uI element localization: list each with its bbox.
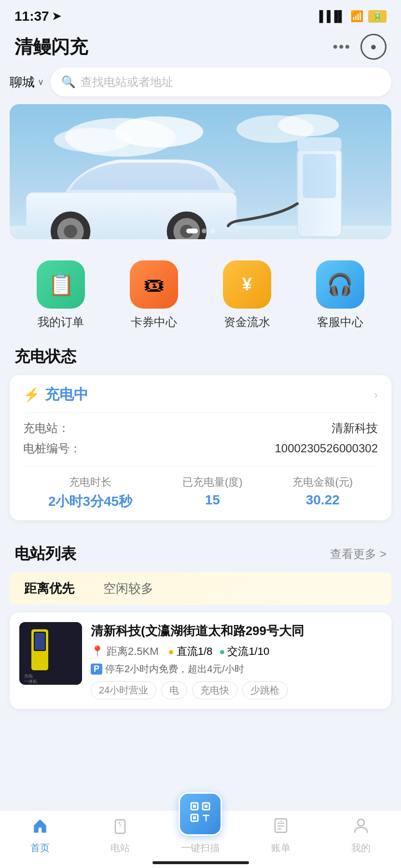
ac-dot-icon: ● (219, 646, 225, 657)
search-icon: 🔍 (61, 75, 76, 89)
nav-item-bills[interactable]: 账单 (252, 817, 310, 854)
charging-stats: 充电时长 2小时3分45秒 已充电量(度) 15 充电金额(元) 30.22 (23, 466, 378, 511)
city-selector[interactable]: 聊城 ∨ (10, 74, 44, 91)
dc-dot-icon: ● (168, 646, 174, 657)
banner-dot-3 (210, 229, 215, 233)
nav-item-home[interactable]: 首页 (11, 817, 69, 854)
nav-item-mine[interactable]: 我的 (332, 817, 390, 854)
status-icons: ▐▐▐▌ 📶 🔋 (316, 10, 387, 23)
station-card[interactable]: 充电 一体机 清新科技(文瀛湖街道太和路299号大同 📍 距离2.5KM ● (10, 612, 391, 709)
stat-duration-value: 2小时3分45秒 (48, 492, 132, 511)
svg-rect-31 (193, 816, 196, 819)
station-name: 清新科技(文瀛湖街道太和路299号大同 (91, 622, 382, 639)
station-list-title: 电站列表 (14, 543, 76, 565)
app-header: 清鳗闪充 ••• ● (0, 29, 401, 68)
station-tags: 24小时营业 电 充电快 少跳枪 (91, 681, 382, 699)
svg-rect-29 (193, 805, 196, 808)
station-card-inner: 充电 一体机 清新科技(文瀛湖街道太和路299号大同 📍 距离2.5KM ● (10, 612, 391, 709)
stations-nav-icon (111, 817, 129, 839)
station-charger-counts: ● 直流1/8 ● 交流1/10 (168, 644, 270, 659)
cards-icon: 🎟 (130, 260, 178, 309)
location-arrow-icon: ➤ (52, 10, 61, 23)
search-row: 聊城 ∨ 🔍 查找电站或者地址 (0, 68, 401, 104)
parking-icon: P (91, 664, 102, 675)
stat-amount-value: 30.22 (306, 492, 340, 508)
home-nav-label: 首页 (30, 841, 50, 854)
svg-rect-30 (205, 805, 207, 808)
tag-24h: 24小时营业 (91, 681, 156, 699)
app-title: 清鳗闪充 (14, 35, 88, 59)
scan-circle-icon: ● (370, 41, 376, 53)
quick-item-orders[interactable]: 📋 我的订单 (37, 260, 85, 330)
quick-menu: 📋 我的订单 🎟 卡券中心 ¥ 资金流水 🎧 客服中心 (0, 251, 401, 335)
stat-duration: 充电时长 2小时3分45秒 (48, 475, 132, 511)
banner-dots (186, 229, 215, 233)
home-nav-icon (31, 817, 49, 839)
station-label: 充电站： (23, 420, 69, 436)
tag-charging: 电 (161, 681, 187, 699)
signal-icon: ▐▐▐▌ (316, 10, 346, 23)
funds-label: 资金流水 (224, 314, 270, 330)
banner-dot-2 (202, 229, 207, 233)
charging-section-header: 充电状态 (0, 335, 401, 375)
svg-rect-17 (297, 137, 342, 151)
location-icon: 📍 (91, 645, 104, 658)
charging-arrow-icon: › (374, 388, 378, 402)
scan-button[interactable]: ● (360, 34, 387, 60)
quick-item-funds[interactable]: ¥ 资金流水 (223, 260, 271, 330)
search-placeholder: 查找电站或者地址 (81, 74, 173, 90)
scan-nav-icon (189, 801, 211, 827)
svg-point-3 (54, 128, 131, 152)
filter-tab-distance[interactable]: 距离优先 (10, 572, 89, 605)
pile-label: 电桩编号： (23, 441, 81, 456)
nav-item-scan[interactable]: 一键扫描 (171, 807, 229, 854)
charging-card-header[interactable]: ⚡ 充电中 › (23, 385, 378, 413)
pile-no-value: 1000230526000302 (275, 442, 378, 455)
station-list-more[interactable]: 查看更多 > (330, 546, 387, 562)
dc-charger-badge: ● 直流1/8 (168, 644, 213, 659)
stat-energy: 已充电量(度) 15 (182, 475, 243, 511)
charging-pile-row: 电桩编号： 1000230526000302 (23, 441, 378, 456)
bills-nav-label: 账单 (271, 841, 290, 854)
station-name-value: 清新科技 (332, 420, 378, 436)
scan-nav-button[interactable] (179, 792, 222, 836)
banner-scene (10, 104, 391, 239)
svg-rect-16 (303, 154, 336, 198)
filter-tab-idle[interactable]: 空闲较多 (89, 572, 168, 605)
stat-energy-value: 15 (205, 492, 220, 508)
header-actions: ••• ● (332, 34, 387, 60)
stat-amount: 充电金额(元) 30.22 (292, 475, 353, 511)
bolt-icon: ⚡ (23, 387, 40, 403)
stat-duration-label: 充电时长 (69, 475, 111, 489)
scan-nav-label: 一键扫描 (181, 841, 220, 854)
service-icon: 🎧 (316, 260, 364, 309)
funds-icon: ¥ (223, 260, 271, 309)
home-indicator (152, 861, 249, 864)
bills-nav-icon (272, 817, 290, 839)
time-display: 11:37 (14, 9, 49, 24)
charging-station-row: 充电站： 清新科技 (23, 420, 378, 436)
svg-text:充电: 充电 (24, 674, 33, 678)
stat-energy-label: 已充电量(度) (182, 475, 243, 489)
quick-item-cards[interactable]: 🎟 卡券中心 (130, 260, 178, 330)
cards-label: 卡券中心 (131, 314, 177, 330)
charging-label: 充电中 (45, 385, 88, 405)
station-list-section: 距离优先 空闲较多 充电 一体机 清新科技(文瀛湖街道太和路 (0, 572, 401, 719)
filter-tabs: 距离优先 空闲较多 (10, 572, 391, 605)
more-options-icon[interactable]: ••• (332, 39, 351, 55)
charging-section-title: 充电状态 (14, 346, 76, 367)
svg-rect-22 (35, 633, 45, 650)
stat-amount-label: 充电金额(元) (292, 475, 353, 489)
svg-point-5 (278, 114, 339, 136)
nav-item-stations[interactable]: 电站 (91, 817, 149, 854)
svg-rect-25 (115, 820, 125, 833)
quick-item-service[interactable]: 🎧 客服中心 (316, 260, 364, 330)
search-box[interactable]: 🔍 查找电站或者地址 (51, 68, 391, 96)
orders-icon: 📋 (37, 260, 85, 309)
city-name: 聊城 (10, 74, 35, 91)
wifi-icon: 📶 (350, 10, 363, 23)
banner (10, 104, 391, 239)
orders-label: 我的订单 (38, 314, 84, 330)
station-info: 清新科技(文瀛湖街道太和路299号大同 📍 距离2.5KM ● 直流1/8 (91, 622, 382, 699)
banner-dot-1 (186, 229, 198, 233)
